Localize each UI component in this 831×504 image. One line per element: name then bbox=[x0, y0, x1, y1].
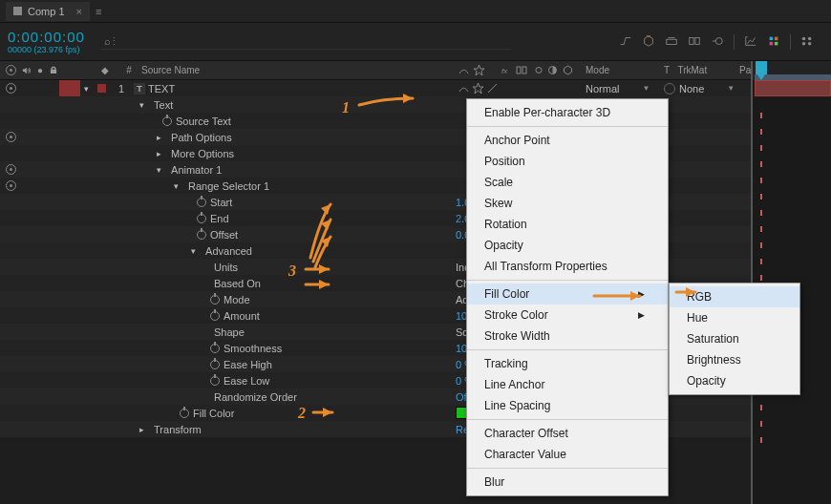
sourcetext-stopwatch[interactable] bbox=[162, 116, 172, 126]
smooth-stopwatch[interactable] bbox=[210, 344, 220, 353]
smooth-prop[interactable]: Smoothness bbox=[224, 343, 282, 354]
search-box[interactable]: ⌕⁝ bbox=[100, 33, 511, 50]
submenu-opacity[interactable]: Opacity bbox=[670, 370, 799, 391]
anim1-visible[interactable] bbox=[6, 164, 16, 175]
submenu-brightness[interactable]: Brightness bbox=[670, 349, 799, 370]
menu-stroke-color[interactable]: Stroke Color▶ bbox=[467, 304, 668, 326]
layer-mode-dropdown[interactable]: Normal▼ bbox=[586, 83, 650, 94]
graph-icon[interactable] bbox=[744, 34, 757, 48]
offset-stopwatch[interactable] bbox=[197, 230, 206, 240]
quality-toggle[interactable] bbox=[486, 82, 499, 94]
advanced-expand[interactable]: ▾ bbox=[191, 246, 202, 256]
svg-point-9 bbox=[808, 36, 812, 40]
transform-group[interactable]: Transform bbox=[154, 424, 202, 435]
menu-scale[interactable]: Scale bbox=[467, 172, 668, 193]
start-stopwatch[interactable] bbox=[197, 198, 206, 207]
fillcolor-prop[interactable]: Fill Color bbox=[193, 408, 234, 419]
hideshyb-icon[interactable] bbox=[665, 34, 678, 48]
mode-prop[interactable]: Mode bbox=[224, 294, 250, 305]
menu-opacity[interactable]: Opacity bbox=[467, 235, 668, 256]
comp-tab[interactable]: Comp 1 × bbox=[6, 2, 90, 21]
col-fx-icon: fx bbox=[501, 64, 513, 76]
menu-rotation[interactable]: Rotation bbox=[467, 214, 668, 235]
playhead[interactable] bbox=[756, 61, 767, 74]
menu-fill-color[interactable]: Fill Color▶ bbox=[467, 284, 668, 304]
submenu-hue[interactable]: Hue bbox=[670, 307, 799, 328]
easelow-prop[interactable]: Ease Low bbox=[224, 375, 269, 387]
shy-toggle[interactable] bbox=[458, 82, 470, 94]
more-options[interactable]: More Options bbox=[171, 148, 234, 159]
menu-line-anchor[interactable]: Line Anchor bbox=[467, 374, 668, 395]
col-star-icon bbox=[473, 64, 485, 76]
moreopt-expand[interactable]: ▸ bbox=[157, 149, 168, 158]
menu-all-transform[interactable]: All Transform Properties bbox=[467, 256, 668, 277]
range-selector[interactable]: Range Selector 1 bbox=[188, 180, 269, 192]
easelow-stopwatch[interactable] bbox=[210, 376, 220, 386]
tab-menu-icon[interactable]: ≡ bbox=[96, 6, 101, 17]
rangesel-visible[interactable] bbox=[6, 180, 16, 191]
submenu-rgb[interactable]: RGB bbox=[670, 286, 799, 307]
layer-bar[interactable] bbox=[755, 80, 831, 96]
svg-rect-1 bbox=[690, 37, 693, 44]
end-prop[interactable]: End bbox=[210, 213, 229, 224]
easehigh-prop[interactable]: Ease High bbox=[224, 359, 272, 370]
menu-char-offset[interactable]: Character Offset bbox=[467, 423, 668, 444]
layer-solo[interactable] bbox=[59, 80, 80, 96]
rangesel-expand[interactable]: ▾ bbox=[174, 181, 185, 191]
submenu-arrow-icon: ▶ bbox=[638, 310, 645, 320]
brainstorm-icon[interactable] bbox=[767, 34, 780, 48]
submenu-saturation[interactable]: Saturation bbox=[670, 328, 799, 349]
menu-blur[interactable]: Blur bbox=[467, 472, 668, 493]
draft3d-icon[interactable] bbox=[642, 34, 655, 48]
randorder-prop[interactable]: Randomize Order bbox=[214, 391, 297, 403]
menu-stroke-width[interactable]: Stroke Width bbox=[467, 326, 668, 346]
pathopt-visible[interactable] bbox=[6, 132, 16, 142]
tab-close[interactable]: × bbox=[76, 6, 82, 17]
layer-visible-toggle[interactable] bbox=[6, 83, 16, 94]
easehigh-stopwatch[interactable] bbox=[210, 360, 220, 369]
col-source[interactable]: Source Name bbox=[141, 65, 458, 75]
source-text-prop[interactable]: Source Text bbox=[176, 116, 231, 127]
path-options[interactable]: Path Options bbox=[171, 132, 232, 143]
menu-enable-3d[interactable]: Enable Per-character 3D bbox=[467, 102, 668, 123]
parent-dropdown[interactable]: None▼ bbox=[679, 83, 735, 94]
text-group[interactable]: Text bbox=[154, 99, 173, 111]
layer-color-label[interactable] bbox=[97, 84, 106, 93]
pathopt-expand[interactable]: ▸ bbox=[157, 133, 168, 142]
current-timecode[interactable]: 0:00:00:00 bbox=[8, 29, 85, 45]
menu-anchor-point[interactable]: Anchor Point bbox=[467, 130, 668, 151]
amount-prop[interactable]: Amount bbox=[224, 310, 260, 322]
start-prop[interactable]: Start bbox=[210, 197, 232, 208]
timecode-sub: 00000 (23.976 fps) bbox=[8, 45, 85, 54]
fillcolor-stopwatch[interactable] bbox=[180, 409, 189, 418]
shape-prop[interactable]: Shape bbox=[214, 326, 245, 338]
anim1-expand[interactable]: ▾ bbox=[157, 165, 168, 175]
text-group-expand[interactable]: ▾ bbox=[139, 100, 151, 110]
units-prop[interactable]: Units bbox=[214, 262, 238, 273]
menu-tracking[interactable]: Tracking bbox=[467, 353, 668, 374]
animator1[interactable]: Animator 1 bbox=[171, 164, 222, 176]
motionblur-icon[interactable] bbox=[711, 34, 724, 48]
comp-flowchart-icon[interactable] bbox=[619, 34, 632, 48]
svg-point-3 bbox=[715, 37, 722, 44]
submenu-arrow-icon: ▶ bbox=[638, 289, 645, 299]
parent-pickwhip[interactable] bbox=[664, 83, 675, 94]
transform-expand[interactable]: ▸ bbox=[139, 425, 151, 434]
advanced[interactable]: Advanced bbox=[205, 245, 252, 257]
layer-expand[interactable]: ▾ bbox=[84, 84, 96, 94]
col-adj-icon bbox=[546, 64, 559, 76]
markers-icon[interactable] bbox=[800, 34, 814, 48]
end-stopwatch[interactable] bbox=[197, 214, 206, 223]
collapse-toggle[interactable] bbox=[472, 82, 484, 94]
layer-name[interactable]: TEXT bbox=[148, 83, 175, 94]
frameblend-icon[interactable] bbox=[688, 34, 701, 48]
amount-stopwatch[interactable] bbox=[210, 311, 220, 321]
offset-prop[interactable]: Offset bbox=[210, 229, 238, 241]
search-icon: ⌕⁝ bbox=[104, 35, 117, 47]
basedon-prop[interactable]: Based On bbox=[214, 278, 261, 289]
mode-stopwatch[interactable] bbox=[210, 295, 220, 304]
menu-char-value[interactable]: Character Value bbox=[467, 444, 668, 465]
menu-skew[interactable]: Skew bbox=[467, 193, 668, 214]
menu-position[interactable]: Position bbox=[467, 151, 668, 172]
menu-line-spacing[interactable]: Line Spacing bbox=[467, 395, 668, 416]
